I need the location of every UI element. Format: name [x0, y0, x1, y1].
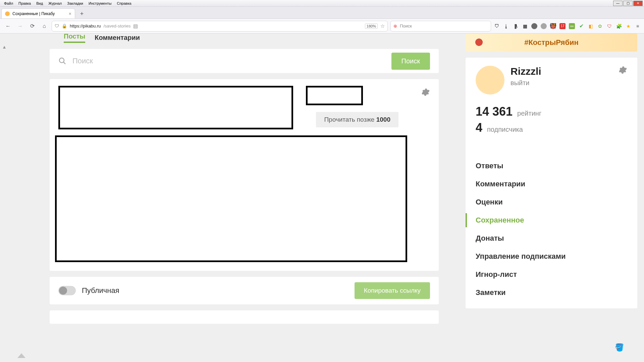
ext-icon[interactable] — [541, 23, 547, 29]
ext-icon[interactable]: нн — [569, 23, 575, 29]
svg-marker-2 — [17, 353, 25, 358]
menu-notes[interactable]: Заметки — [476, 284, 627, 302]
ext-icon[interactable]: 🛡 — [606, 23, 612, 29]
subscribers-label: подписчика — [487, 126, 523, 133]
rating-value: 14 361 — [476, 105, 513, 119]
favicon-icon — [5, 11, 10, 16]
menu-comments[interactable]: Комментарии — [476, 175, 627, 193]
tab-title: Сохраненные | Пикабу — [12, 11, 55, 16]
library-icon[interactable]: |||\ — [513, 23, 519, 29]
close-button[interactable]: ✕ — [633, 1, 643, 6]
menu-file[interactable]: Файл — [1, 1, 16, 6]
zoom-level[interactable]: 180% — [365, 23, 378, 29]
read-later-label: Прочитать позже — [324, 116, 376, 123]
profile-settings-button[interactable] — [619, 66, 627, 76]
search-placeholder: Поиск — [400, 23, 412, 28]
tab-comments[interactable]: Комментарии — [95, 34, 140, 43]
redacted-block — [306, 86, 363, 105]
browser-tabstrip: Сохраненные | Пикабу × + — [0, 7, 644, 19]
username[interactable]: Rizzzli — [511, 66, 541, 77]
app-menu-button[interactable]: ≡ — [635, 23, 641, 29]
ext-icon[interactable]: ◧ — [588, 23, 594, 29]
subscribers-value: 4 — [476, 121, 482, 135]
public-card: Публичная Копировать ссылку — [50, 277, 439, 304]
browser-search-bar[interactable]: ⊕ Поиск — [390, 21, 491, 32]
forward-button[interactable]: → — [15, 21, 25, 31]
downloads-icon[interactable]: ⭳ — [503, 23, 509, 29]
scroll-top-arrow-icon[interactable]: ▲ — [2, 44, 7, 50]
menu-view[interactable]: Вид — [34, 1, 46, 6]
gear-icon — [619, 66, 627, 74]
maximize-button[interactable]: ▢ — [623, 1, 633, 6]
shield-icon[interactable]: 🛡 — [55, 23, 59, 28]
page-content: ▲ Посты Комментарии Поиск Прочитать позж… — [0, 34, 644, 362]
logout-link[interactable]: выйти — [511, 79, 541, 87]
search-button[interactable]: Поиск — [391, 53, 430, 70]
menu-help[interactable]: Справка — [114, 1, 134, 6]
theme-paint-icon[interactable]: 🪣 — [615, 343, 624, 352]
lock-icon[interactable]: 🔒 — [62, 23, 67, 28]
rating-label: рейтинг — [517, 110, 541, 117]
minimize-button[interactable]: — — [613, 1, 623, 6]
ext-icon[interactable]: ★ — [625, 23, 631, 29]
url-path: /saved-stories — [104, 23, 131, 28]
reader-mode-icon[interactable]: ▤ — [133, 23, 138, 29]
read-later-pill[interactable]: Прочитать позже 1000 — [316, 112, 398, 127]
svg-point-0 — [59, 58, 64, 63]
promo-banner[interactable]: #КострыРябин — [466, 34, 637, 52]
menu-answers[interactable]: Ответы — [476, 157, 627, 175]
url-bar[interactable]: 🛡 🔒 https://pikabu.ru/saved-stories ▤ 18… — [52, 21, 388, 32]
search-engine-icon: ⊕ — [393, 23, 397, 28]
home-button[interactable]: ⌂ — [40, 21, 49, 31]
menu-donations[interactable]: Донаты — [476, 229, 627, 247]
url-host: https://pikabu.ru — [70, 23, 101, 28]
redacted-block — [55, 135, 407, 262]
pocket-icon[interactable]: ⛉ — [494, 23, 500, 29]
os-menubar: Файл Правка Вид Журнал Закладки Инструме… — [0, 0, 644, 7]
ext-icon[interactable]: ▦ — [522, 23, 528, 29]
browser-tab[interactable]: Сохраненные | Пикабу × — [1, 8, 75, 18]
ext-icon[interactable]: 👹 — [550, 23, 556, 29]
menu-subscriptions[interactable]: Управление подписками — [476, 247, 627, 265]
next-card — [50, 310, 439, 324]
window-controls: — ▢ ✕ — [612, 1, 643, 6]
svg-line-1 — [63, 62, 65, 64]
search-icon — [58, 57, 66, 65]
gear-icon — [421, 88, 430, 97]
content-tabs: Посты Комментарии — [50, 34, 439, 43]
menu-tools[interactable]: Инструменты — [86, 1, 114, 6]
menu-saved[interactable]: Сохраненное — [476, 211, 627, 229]
ext-icon[interactable]: ✿ — [597, 23, 603, 29]
copy-link-button[interactable]: Копировать ссылку — [355, 282, 430, 299]
side-menu: Ответы Комментарии Оценки Сохраненное До… — [476, 147, 627, 302]
menu-edit[interactable]: Правка — [16, 1, 34, 6]
menu-ratings[interactable]: Оценки — [476, 193, 627, 211]
scroll-up-button[interactable] — [17, 353, 26, 360]
reload-button[interactable]: ⟳ — [28, 21, 37, 31]
ext-icon[interactable]: 17 — [559, 23, 566, 29]
public-label: Публичная — [82, 286, 119, 295]
profile-card: Rizzzli выйти 14 361 рейтинг 4 подписчик… — [466, 58, 637, 308]
menu-ignore[interactable]: Игнор-лист — [476, 265, 627, 284]
search-input[interactable] — [72, 57, 385, 65]
ext-icon[interactable] — [531, 23, 537, 29]
avatar[interactable] — [476, 66, 504, 95]
ext-icon[interactable]: 🧩 — [616, 23, 622, 29]
back-button[interactable]: ← — [3, 21, 13, 31]
card-settings-button[interactable] — [421, 88, 430, 98]
public-toggle[interactable] — [58, 286, 76, 295]
search-card: Поиск — [50, 49, 439, 73]
redacted-block — [58, 86, 293, 129]
tab-posts[interactable]: Посты — [64, 34, 85, 43]
tab-close-icon[interactable]: × — [69, 11, 71, 16]
bookmark-star-icon[interactable]: ☆ — [380, 23, 385, 29]
read-later-count: 1000 — [376, 116, 390, 123]
extension-icons: ⛉ ⭳ |||\ ▦ 👹 17 нн ✔ ◧ ✿ 🛡 🧩 ★ ≡ — [494, 23, 641, 29]
ext-icon[interactable]: ✔ — [578, 23, 584, 29]
menu-bookmarks[interactable]: Закладки — [64, 1, 86, 6]
main-column: Посты Комментарии Поиск Прочитать позже … — [50, 34, 439, 324]
menu-history[interactable]: Журнал — [46, 1, 64, 6]
new-tab-button[interactable]: + — [77, 9, 87, 18]
profile-stats: 14 361 рейтинг 4 подписчика — [476, 105, 627, 135]
sidebar: #КострыРябин Rizzzli выйти 14 361 рейтин… — [466, 34, 637, 308]
